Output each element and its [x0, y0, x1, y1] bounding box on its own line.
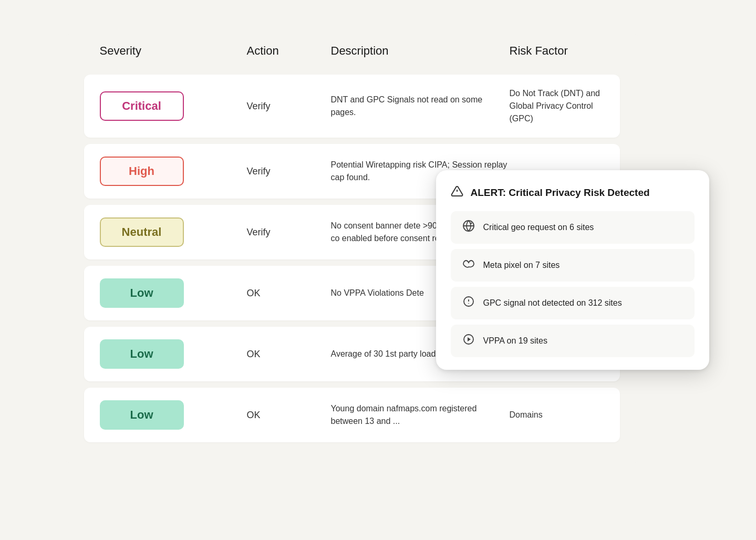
alert-item-gpc-text: GPC signal not detected on 312 sites	[483, 298, 622, 308]
severity-badge-low-2: Low	[100, 339, 184, 369]
alert-item-vppa-text: VPPA on 19 sites	[483, 336, 547, 346]
severity-cell: Low	[100, 400, 247, 430]
severity-badge-low-3: Low	[100, 400, 184, 430]
header-action: Action	[247, 44, 331, 58]
action-cell: Verify	[247, 166, 331, 177]
header-severity: Severity	[100, 44, 247, 58]
alert-warning-icon	[451, 185, 463, 201]
severity-badge-critical: Critical	[100, 91, 184, 121]
severity-badge-high: High	[100, 157, 184, 186]
svg-point-3	[470, 223, 472, 224]
alert-item-meta[interactable]: Meta pixel on 7 sites	[451, 249, 695, 282]
action-cell: OK	[247, 288, 331, 299]
header-description: Description	[331, 44, 510, 58]
action-cell: OK	[247, 410, 331, 421]
alert-item-geo-text: Critical geo request on 6 sites	[483, 223, 594, 232]
table-row[interactable]: Low OK Young domain nafmaps.com register…	[84, 388, 620, 442]
action-cell: Verify	[247, 101, 331, 112]
header-risk-factor: Risk Factor	[510, 44, 620, 58]
table-row[interactable]: Critical Verify DNT and GPC Signals not …	[84, 75, 620, 138]
severity-cell: High	[100, 157, 247, 186]
action-cell: OK	[247, 349, 331, 360]
vppa-icon	[461, 333, 476, 349]
alert-item-geo[interactable]: Critical geo request on 6 sites	[451, 211, 695, 244]
alert-header: ALERT: Critical Privacy Risk Detected	[451, 185, 695, 201]
svg-point-6	[468, 303, 469, 304]
alert-item-gpc[interactable]: GPC signal not detected on 312 sites	[451, 287, 695, 319]
severity-cell: Critical	[100, 91, 247, 121]
alert-item-meta-text: Meta pixel on 7 sites	[483, 261, 560, 270]
gpc-icon	[461, 295, 476, 311]
alert-popup: ALERT: Critical Privacy Risk Detected Cr…	[436, 170, 709, 370]
description-cell: DNT and GPC Signals not read on some pag…	[331, 94, 510, 119]
meta-icon	[461, 257, 476, 273]
severity-badge-neutral: Neutral	[100, 217, 184, 247]
severity-cell: Low	[100, 339, 247, 369]
alert-item-vppa[interactable]: VPPA on 19 sites	[451, 325, 695, 357]
severity-cell: Low	[100, 278, 247, 308]
alert-items: Critical geo request on 6 sites Meta pix…	[451, 211, 695, 357]
action-cell: Verify	[247, 227, 331, 238]
risk-factor-cell: Do Not Track (DNT) and Global Privacy Co…	[510, 87, 607, 125]
severity-cell: Neutral	[100, 217, 247, 247]
description-cell: Young domain nafmaps.com registered betw…	[331, 402, 510, 428]
table-header: Severity Action Description Risk Factor	[84, 34, 620, 66]
severity-badge-low: Low	[100, 278, 184, 308]
risk-factor-cell: Domains	[510, 409, 607, 421]
alert-title: ALERT: Critical Privacy Risk Detected	[471, 187, 650, 199]
svg-marker-8	[468, 337, 471, 341]
geo-icon	[461, 220, 476, 235]
